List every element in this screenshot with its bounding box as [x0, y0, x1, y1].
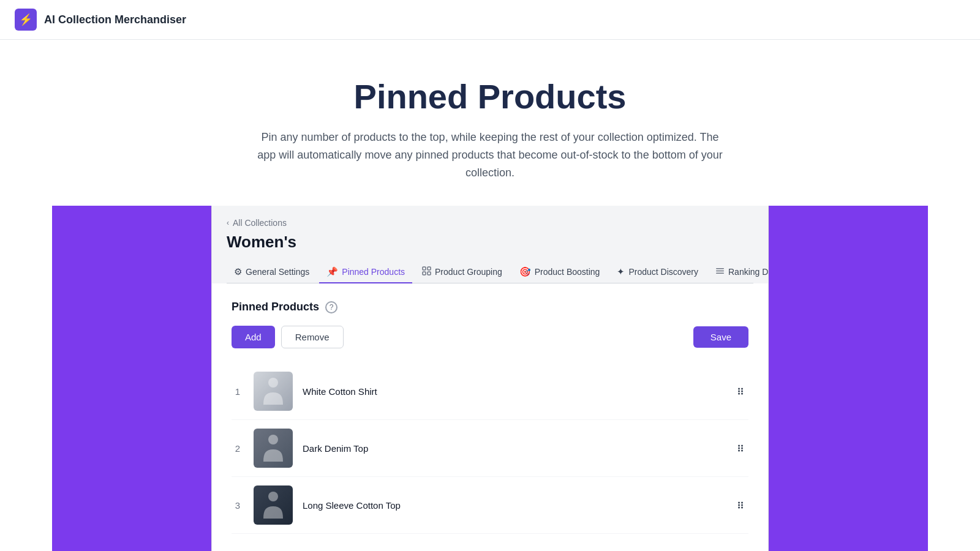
help-icon[interactable]: ? — [325, 301, 337, 313]
svg-point-9 — [741, 388, 743, 390]
drag-handle-3[interactable] — [733, 497, 748, 513]
svg-rect-0 — [423, 267, 426, 270]
svg-point-21 — [268, 492, 278, 501]
tab-general-settings[interactable]: ⚙ General Settings — [227, 261, 317, 283]
card-header: ‹ All Collections Women's ⚙ General Sett… — [212, 206, 768, 283]
table-row: 2 Dark Denim Top — [232, 420, 748, 477]
svg-point-25 — [741, 504, 743, 506]
tab-product-discovery-label: Product Discovery — [628, 267, 698, 277]
pin-icon: 📌 — [326, 266, 338, 277]
product-number-2: 2 — [232, 443, 244, 454]
svg-rect-1 — [428, 267, 431, 270]
tab-pinned-products[interactable]: 📌 Pinned Products — [319, 261, 412, 283]
svg-point-19 — [738, 450, 740, 452]
svg-point-11 — [741, 391, 743, 392]
tab-product-boosting-label: Product Boosting — [535, 267, 600, 277]
grouping-icon — [422, 266, 431, 277]
page-title: Pinned Products — [12, 77, 968, 116]
product-image-2 — [254, 429, 293, 468]
svg-point-7 — [268, 378, 278, 388]
chevron-left-icon: ‹ — [227, 219, 229, 227]
svg-point-18 — [741, 448, 743, 449]
product-number-3: 3 — [232, 500, 244, 511]
product-name-2: Dark Denim Top — [303, 443, 723, 454]
tab-pinned-products-label: Pinned Products — [342, 267, 405, 277]
product-number-1: 1 — [232, 386, 244, 397]
discovery-icon: ✦ — [617, 266, 625, 277]
app-title: AI Collection Merchandiser — [44, 13, 186, 26]
product-list: 1 White Cotton Shirt — [232, 363, 748, 534]
svg-point-16 — [741, 445, 743, 447]
action-row: Add Remove Save — [232, 326, 748, 348]
tab-product-grouping[interactable]: Product Grouping — [415, 261, 510, 283]
table-row: 1 White Cotton Shirt — [232, 363, 748, 420]
svg-rect-4 — [716, 268, 724, 269]
svg-point-23 — [741, 502, 743, 504]
svg-point-13 — [741, 393, 743, 395]
svg-point-12 — [738, 393, 740, 395]
svg-point-10 — [738, 391, 740, 392]
svg-point-22 — [738, 502, 740, 504]
main-card: ‹ All Collections Women's ⚙ General Sett… — [211, 206, 769, 551]
svg-point-27 — [741, 507, 743, 509]
settings-icon: ⚙ — [234, 266, 242, 277]
tab-product-boosting[interactable]: 🎯 Product Boosting — [512, 261, 608, 283]
product-image-1 — [254, 372, 293, 411]
panel-header: Pinned Products ? — [232, 301, 748, 313]
svg-rect-2 — [423, 272, 426, 275]
product-name-1: White Cotton Shirt — [303, 386, 723, 397]
svg-point-20 — [741, 450, 743, 452]
product-image-3 — [254, 485, 293, 525]
table-row: 3 Long Sleeve Cotton Top — [232, 477, 748, 534]
svg-rect-3 — [428, 272, 431, 275]
svg-point-26 — [738, 507, 740, 509]
tab-general-settings-label: General Settings — [246, 267, 309, 277]
add-button[interactable]: Add — [232, 326, 275, 348]
tab-bar: ⚙ General Settings 📌 Pinned Products — [227, 261, 753, 283]
drag-handle-1[interactable] — [733, 383, 748, 399]
panel-title: Pinned Products — [232, 301, 319, 313]
tab-product-grouping-label: Product Grouping — [435, 267, 502, 277]
svg-point-8 — [738, 388, 740, 390]
collection-title: Women's — [227, 233, 753, 252]
svg-point-24 — [738, 504, 740, 506]
action-left-buttons: Add Remove — [232, 326, 344, 348]
svg-point-17 — [738, 448, 740, 449]
ranking-icon — [715, 266, 725, 277]
svg-point-14 — [268, 435, 278, 444]
svg-point-15 — [738, 445, 740, 447]
top-navigation: ⚡ AI Collection Merchandiser — [0, 0, 980, 40]
side-panel-left — [52, 206, 211, 551]
svg-rect-5 — [716, 271, 724, 272]
boosting-icon: 🎯 — [519, 266, 531, 277]
remove-button[interactable]: Remove — [281, 326, 344, 348]
tab-product-discovery[interactable]: ✦ Product Discovery — [609, 261, 706, 283]
save-button[interactable]: Save — [693, 326, 748, 348]
inner-panel: Pinned Products ? Add Remove Save 1 — [212, 283, 768, 551]
breadcrumb[interactable]: ‹ All Collections — [227, 218, 753, 228]
page-subtitle: Pin any number of products to the top, w… — [251, 129, 729, 181]
hero-section: Pinned Products Pin any number of produc… — [0, 40, 980, 206]
product-name-3: Long Sleeve Cotton Top — [303, 500, 723, 511]
side-panel-right — [769, 206, 928, 551]
app-logo-icon: ⚡ — [15, 9, 37, 31]
svg-rect-6 — [716, 273, 724, 274]
drag-handle-2[interactable] — [733, 440, 748, 456]
content-wrapper: ‹ All Collections Women's ⚙ General Sett… — [0, 206, 980, 551]
breadcrumb-link[interactable]: All Collections — [233, 218, 287, 228]
